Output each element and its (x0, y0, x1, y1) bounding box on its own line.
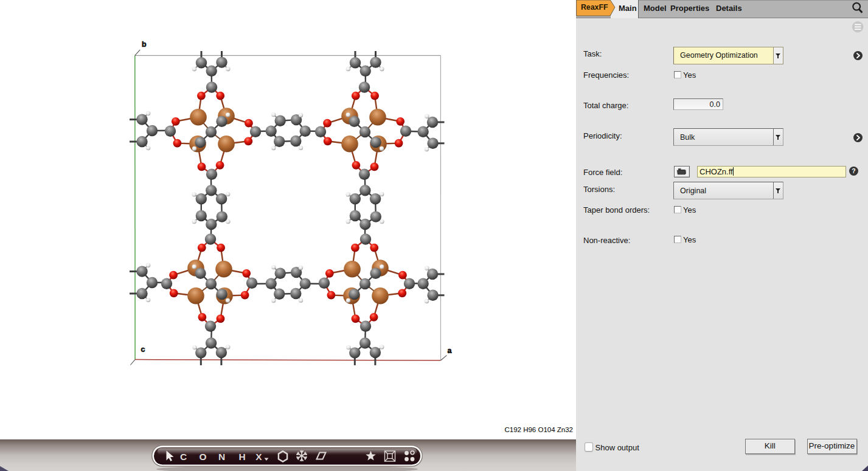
svg-text:c: c (141, 345, 145, 354)
svg-text:b: b (142, 40, 147, 49)
svg-text:?: ? (852, 167, 855, 174)
svg-text:H: H (238, 452, 245, 462)
svg-text:C192 H96 O104 Zn32: C192 H96 O104 Zn32 (504, 426, 573, 433)
svg-text:O: O (199, 452, 206, 462)
svg-text:N: N (218, 452, 225, 462)
svg-text:X: X (255, 452, 262, 462)
svg-text:a: a (448, 346, 453, 355)
svg-text:ReaxFF: ReaxFF (581, 3, 608, 12)
svg-text:C: C (180, 452, 187, 462)
